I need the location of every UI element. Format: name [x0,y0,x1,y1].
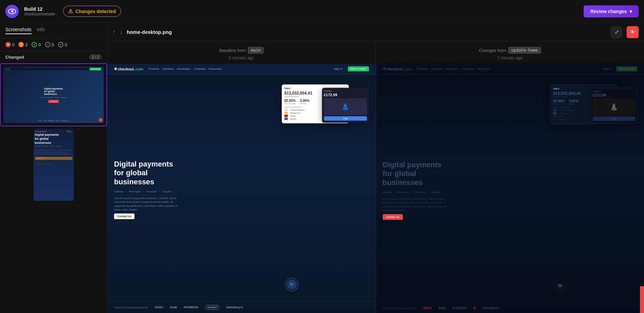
page-counter: 1 / 2 [89,54,102,60]
hero-mock: Digital paymentsfor globalbusinesses Gat… [5,71,102,119]
site-nav-changes: ⊕ checkout.com Products Solutions Develo… [376,64,644,74]
sidebar-section-changed: Changed 1 / 2 [0,51,107,63]
site-nav-baseline: ⊕ checkout.com Products Solutions Develo… [107,64,376,74]
site-logo-baseline: ⊕ checkout.com [114,67,143,71]
change-indicator-right [640,286,644,313]
changes-label: Changes detected [75,9,116,14]
stat-changed: ! 2 [18,42,28,47]
hero-sub-changes: The full stack of payments solutions – b… [383,197,545,212]
contact-btn-baseline: Contact us [114,213,135,219]
mobile-sub-mock: Gateway · Risk engine · Processor · Acqu… [35,145,72,147]
hero-title-baseline: Digital paymentsfor globalbusinesses [114,160,276,186]
site-hero-baseline: Digital paymentsfor globalbusinesses Gat… [107,74,376,301]
baseline-time: 5 minutes ago [229,56,254,60]
dot1 [6,69,7,70]
content-header: ↑ ↓ home-desktop.png ⤢ 👁 [107,23,644,42]
mobile-trusted-mock: Trusted by leading global brands [35,163,72,165]
percy-logo [5,5,19,18]
shield-circle: 🛡 [285,278,299,291]
hero-sub-baseline: The full stack of payments solutions – b… [114,196,276,211]
shield-inner-changes: 🛡 [556,282,565,290]
eye-toggle-button[interactable]: 👁 [627,26,639,38]
site-logo-changes: ⊕ checkout.com [383,67,412,71]
mobile-preview: ☰ checkout.com Menu ≡ Digital paymentsfo… [34,129,74,200]
arrow-down-button[interactable]: ↓ [120,28,123,36]
list-item[interactable]: Get in touch Digital paymentsfor globalb… [0,63,107,126]
stat-ignored: – 0 [45,42,54,47]
changes-label-area: Changes from update-home [479,47,541,54]
mobile-cta-mock: CONTACT US [35,157,72,160]
hero-title-changes: Digital paymentsfor globalbusinesses [383,161,545,187]
contact-mock: Contact us [48,100,59,103]
change-indicator-mock [99,118,102,122]
compress-button[interactable]: ⤢ [610,26,623,38]
content-area: ↑ ↓ home-desktop.png ⤢ 👁 Baseline from m… [107,23,644,313]
brands-mock: SONY Grab PATREON Henkel Sainsbury's [5,120,102,122]
dot2 [7,69,8,70]
section-label: Changed [5,55,24,60]
baseline-pane: Baseline from main 5 minutes ago ⊕ check… [107,42,376,313]
hero-left-changes: Digital paymentsfor globalbusinesses Gat… [383,81,545,299]
baseline-screenshot: ⊕ checkout.com Products Solutions Develo… [107,64,376,313]
mobile-hero-text: Digital paymentsfor globalbusinesses [35,133,72,145]
site-nav-links-baseline: Products Solutions Developers Company Re… [149,67,221,70]
tab-info[interactable]: Info [37,27,45,34]
changes-header: Changes from update-home 2 minutes ago [376,42,644,64]
approved-count: 0 [65,42,67,47]
sidebar: Screenshots Info ✕ 0 ! 2 + 0 – 0 ✓ 0 [0,23,107,313]
approved-icon: ✓ [58,42,63,47]
thumbnail-desktop: Get in touch Digital paymentsfor globalb… [3,67,104,123]
removed-count: 0 [12,42,14,47]
baseline-branch-tag: main [248,47,264,54]
hero-right-changes: Sales $13,032,654.41 Global overview 92.… [550,81,637,299]
site-brands-changes: Trusted by leading global brands SONY Gr… [376,303,644,313]
hero-text-mock: Digital paymentsfor globalbusinesses [44,87,63,96]
eye-icon [8,9,16,14]
tab-screenshots[interactable]: Screenshots [5,27,32,34]
dashboard-card-overlay: Clothes £172.99 👗 Pay [322,88,369,123]
build-sub: checkout/website [24,12,55,16]
review-changes-button[interactable]: Review changes ▾ [584,5,639,17]
stat-approved: ✓ 0 [58,42,67,47]
contact-btn-changes: contact us [383,214,403,220]
dashboard-card-overlay-changes: Clothes £172.99 👗 Pay [590,88,637,123]
build-name: Build 12 [24,6,55,12]
added-count: 0 [38,42,41,47]
nav-bar-mock: Get in touch [5,68,102,70]
gateway-changes: Gateway · Risk engine · Processor · Acqu… [383,189,545,195]
mobile-body-mock: The full stack of payments solutions – b… [35,149,72,155]
chevron-down-icon: ▾ [630,9,632,14]
baseline-header: Baseline from main 5 minutes ago [107,42,376,64]
hero-right-baseline: Sales $13,032,654.41 Global overview 92.… [282,81,369,298]
sidebar-tabs: Screenshots Info [0,23,107,39]
hero-sub-mock: Gateway · Risk engine · Processor · Acqu… [40,97,67,98]
main-layout: Screenshots Info ✕ 0 ! 2 + 0 – 0 ✓ 0 [0,23,644,313]
comparison-area: Baseline from main 5 minutes ago ⊕ check… [107,42,644,313]
changes-site: ⊕ checkout.com Products Solutions Develo… [376,64,644,313]
thumbnail-mobile: ☰ checkout.com Menu ≡ Digital paymentsfo… [34,129,74,200]
review-label: Review changes [590,9,627,14]
mobile-nav-mock: ☰ checkout.com Menu ≡ [35,130,72,132]
changes-badge: ⚠ Changes detected [63,6,121,17]
gateway-baseline: Gateway · Risk engine · Processor · Acqu… [114,188,276,194]
arrow-up-button[interactable]: ↑ [113,28,116,36]
warning-icon: ⚠ [68,8,73,14]
eye-icon: 👁 [630,29,635,35]
list-item[interactable]: ☰ checkout.com Menu ≡ Digital paymentsfo… [0,126,107,203]
sidebar-items: Get in touch Digital paymentsfor globalb… [0,63,107,313]
ignored-icon: – [45,42,50,47]
changes-pane: Changes from update-home 2 minutes ago ⊕… [376,42,644,313]
dot3 [9,69,10,70]
changed-icon: ! [18,42,24,47]
added-icon: + [32,42,37,47]
filename-label: home-desktop.png [127,29,172,35]
stat-removed: ✕ 0 [5,42,14,47]
site-brands-baseline: Trusted by leading global brands SONY Gr… [107,301,376,313]
cta-mock: Get in touch [90,68,101,70]
site-nav-links-changes: Products Solutions Developers Company Re… [417,67,490,70]
app-header: Build 12 checkout/website ⚠ Changes dete… [0,0,644,23]
changes-branch-tag: update-home [508,47,541,54]
changed-count: 2 [25,42,28,47]
build-info: Build 12 checkout/website [24,6,55,16]
changes-time: 2 minutes ago [497,56,523,60]
